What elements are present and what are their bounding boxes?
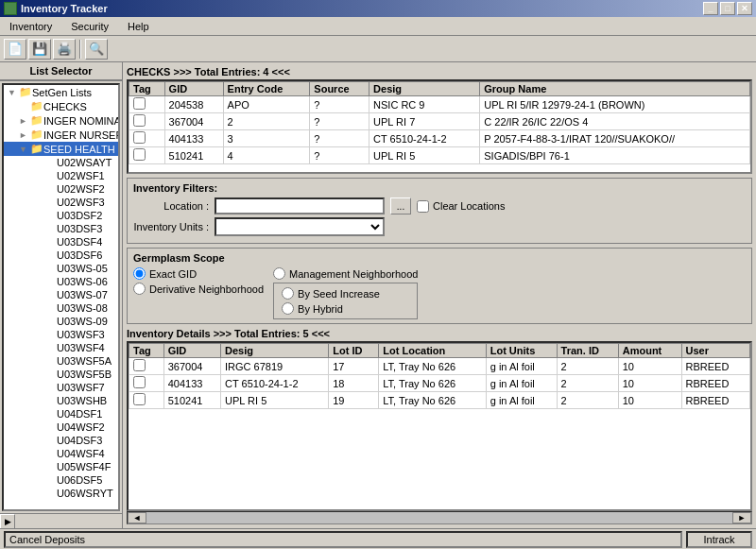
minimize-button[interactable]: _ <box>703 2 718 15</box>
tree-item[interactable]: U02WSF1 <box>4 169 118 182</box>
table-row[interactable]: 367004IRGC 6781917LT, Tray No 626g in Al… <box>129 358 750 375</box>
checks-cell: CT 6510-24-1-2 <box>369 130 480 147</box>
toolbar-print-button[interactable]: 🖨️ <box>53 39 76 60</box>
tree-item[interactable]: U03DSF3 <box>4 222 118 235</box>
tree-item[interactable]: U06DSF5 <box>4 473 118 487</box>
tree-item[interactable]: ►📁INGER NURSERY <box>4 128 118 142</box>
tree-item[interactable]: ▼📁SEED HEALTH UNIT <box>4 142 118 156</box>
exact-gid-radio[interactable] <box>133 267 146 280</box>
derivative-row: Derivative Neighborhood <box>133 283 264 295</box>
tree-expand-icon: ► <box>19 130 30 140</box>
list-selector-header: List Selector <box>0 62 122 81</box>
tree-item[interactable]: U03WS-05 <box>4 262 118 275</box>
details-cell <box>129 392 164 409</box>
row-checkbox[interactable] <box>133 131 146 144</box>
row-checkbox[interactable] <box>133 97 146 110</box>
checks-cell: C 22/IR 26/IC 22/OS 4 <box>480 113 750 130</box>
tree-item[interactable]: U03WS-08 <box>4 301 118 315</box>
status-bar: Cancel Deposits Intrack <box>0 528 756 549</box>
checks-cell: P 2057-F4-88-3-1/IRAT 120//SUAKOKO// <box>480 130 750 147</box>
tree-item[interactable]: U05WSF4F <box>4 460 118 473</box>
tree-label: U03WSF5B <box>57 369 112 380</box>
tree-item[interactable]: U03DSF6 <box>4 249 118 262</box>
details-cell: RBREED <box>681 392 750 409</box>
close-button[interactable]: ✕ <box>737 2 752 15</box>
tree-item[interactable]: ▼📁SetGen Lists <box>4 85 118 99</box>
tree-item[interactable]: U04DSF3 <box>4 434 118 447</box>
tree-item[interactable]: U03WSF5A <box>4 354 118 368</box>
details-cell: 17 <box>329 358 379 375</box>
location-browse-button[interactable]: ... <box>390 197 411 214</box>
table-row[interactable]: 404133CT 6510-24-1-218LT, Tray No 626g i… <box>129 375 750 392</box>
tree-label: U03WS-07 <box>57 289 108 300</box>
maximize-button[interactable]: □ <box>720 2 735 15</box>
clear-locations-checkbox[interactable] <box>417 200 429 213</box>
row-checkbox[interactable] <box>133 393 146 405</box>
details-cell <box>129 375 164 392</box>
tree-item[interactable]: U04WSF4 <box>4 447 118 460</box>
tree-item[interactable]: U03WSF3 <box>4 328 118 341</box>
scroll-right-btn[interactable]: ► <box>732 512 751 523</box>
tree-item[interactable]: U02WSF3 <box>4 196 118 209</box>
seed-increase-row: By Seed Increase <box>282 287 409 300</box>
tree-item[interactable]: ►📁INGER NOMINATION LI <box>4 113 118 128</box>
menu-inventory[interactable]: Inventory <box>4 19 58 34</box>
tree-label: U06DSF5 <box>57 474 102 486</box>
inventory-units-select[interactable] <box>215 217 385 236</box>
details-cell: 10 <box>618 392 681 409</box>
details-cell: 2 <box>557 392 618 409</box>
tree-item[interactable]: U03WS-06 <box>4 275 118 288</box>
checks-col-header: Group Name <box>480 82 750 96</box>
table-row[interactable]: 3670042?UPL RI 7C 22/IR 26/IC 22/OS 4 <box>129 113 750 130</box>
tree-item[interactable]: U06WSRYT <box>4 487 118 500</box>
menu-security[interactable]: Security <box>65 19 114 34</box>
clear-locations-label: Clear Locations <box>433 200 505 212</box>
tree-item[interactable]: U02WSAYT <box>4 156 118 169</box>
table-row[interactable]: 5102414?UPL RI 5SIGADIS/BPI 76-1 <box>129 147 750 164</box>
checks-cell: UPL RI 7 <box>369 113 480 130</box>
tree-item[interactable]: U02WSF2 <box>4 182 118 196</box>
tree-item[interactable]: U03WS-07 <box>4 288 118 301</box>
horizontal-scrollbar[interactable]: ◄ ► <box>127 511 752 524</box>
toolbar-save-button[interactable]: 💾 <box>28 39 51 60</box>
seed-increase-radio[interactable] <box>282 287 294 300</box>
tree-item[interactable]: U03DSF4 <box>4 235 118 249</box>
derivative-radio[interactable] <box>133 283 146 295</box>
tree-item[interactable]: U04WSF2 <box>4 420 118 434</box>
table-row[interactable]: 510241UPL RI 519LT, Tray No 626g in Al f… <box>129 392 750 409</box>
toolbar-new-button[interactable]: 📄 <box>4 39 26 60</box>
checks-table: TagGIDEntry CodeSourceDesigGroup Name 20… <box>129 81 750 164</box>
management-radio[interactable] <box>273 267 285 280</box>
row-checkbox[interactable] <box>133 359 146 371</box>
location-input[interactable] <box>215 197 385 214</box>
tree-item[interactable]: U03WSF7 <box>4 381 118 394</box>
tree-item[interactable]: U03WSF5B <box>4 368 118 381</box>
tree-item[interactable]: U03WSHB <box>4 394 118 407</box>
tree-item[interactable]: U03DSF2 <box>4 209 118 222</box>
checks-col-header: Source <box>310 82 369 96</box>
row-checkbox[interactable] <box>133 114 146 127</box>
tree-label: U05WSF4F <box>57 461 111 472</box>
details-cell: RBREED <box>681 375 750 392</box>
tree-view[interactable]: ▼📁SetGen Lists 📁CHECKS►📁INGER NOMINATION… <box>2 83 120 511</box>
scroll-left-btn[interactable]: ◄ <box>128 512 146 523</box>
details-cell: 18 <box>329 375 379 392</box>
details-col-header: Tag <box>129 344 164 358</box>
toolbar-search-button[interactable]: 🔍 <box>85 39 108 60</box>
tree-scroll-btn[interactable]: ▶ <box>0 514 15 529</box>
tree-item[interactable]: U04DSF1 <box>4 407 118 420</box>
tree-item[interactable]: 📁CHECKS <box>4 99 118 113</box>
menu-help[interactable]: Help <box>122 19 155 34</box>
table-row[interactable]: 4041333?CT 6510-24-1-2P 2057-F4-88-3-1/I… <box>129 130 750 147</box>
tree-item[interactable]: U03WS-09 <box>4 315 118 328</box>
row-checkbox[interactable] <box>133 148 146 161</box>
details-cell: 404133 <box>163 375 220 392</box>
row-checkbox[interactable] <box>133 376 146 388</box>
table-row[interactable]: 204538APO?NSIC RC 9UPL RI 5/IR 12979-24-… <box>129 96 750 113</box>
details-cell: 10 <box>618 358 681 375</box>
details-cell: 19 <box>329 392 379 409</box>
folder-icon: 📁 <box>30 114 43 127</box>
hybrid-radio[interactable] <box>282 302 294 315</box>
checks-cell: 2 <box>223 113 310 130</box>
tree-item[interactable]: U03WSF4 <box>4 341 118 354</box>
